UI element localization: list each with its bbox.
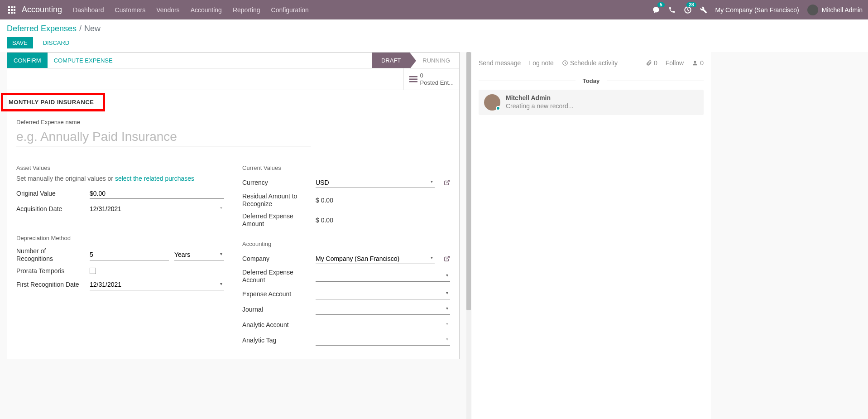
svg-rect-11 — [409, 78, 417, 80]
currency-label: Currency — [242, 179, 310, 187]
compute-expense-button[interactable]: COMPUTE EXPENSE — [48, 53, 119, 68]
scrollbar[interactable] — [466, 52, 471, 419]
message-avatar — [484, 94, 500, 111]
svg-rect-2 — [14, 6, 15, 8]
apps-icon[interactable] — [5, 6, 18, 14]
first-recognition-input[interactable] — [90, 279, 224, 290]
highlighted-model-box: MONTHLY PAID INSURANCE — [1, 93, 105, 111]
message-author: Mitchell Admin — [506, 94, 573, 101]
menu-reporting[interactable]: Reporting — [233, 6, 260, 14]
attachments-button[interactable]: 0 — [646, 59, 657, 67]
svg-rect-6 — [8, 12, 10, 14]
save-button[interactable]: SAVE — [7, 37, 33, 48]
chatter-date-header: Today — [479, 77, 704, 84]
acquisition-date-input[interactable] — [90, 203, 224, 214]
journal-select[interactable] — [316, 304, 450, 315]
original-value-label: Original Value — [16, 190, 84, 197]
clock-icon — [562, 60, 568, 66]
phone-icon[interactable] — [668, 6, 676, 14]
posted-entries-button[interactable]: 0 Posted Ent... — [403, 68, 459, 90]
deferred-expense-account-label: Deferred Expense Account — [242, 269, 310, 284]
model-title: MONTHLY PAID INSURANCE — [9, 99, 97, 106]
breadcrumb-sep: / — [79, 24, 82, 34]
control-panel: Deferred Expenses / New SAVE DISCARD — [0, 19, 868, 52]
svg-point-14 — [694, 61, 696, 63]
status-bar: CONFIRM COMPUTE EXPENSE DRAFT RUNNING — [7, 52, 460, 68]
svg-rect-10 — [409, 76, 417, 77]
company-external-link-icon[interactable] — [440, 255, 450, 262]
form-sheet: 0 Posted Ent... MONTHLY PAID INSURANCE D… — [7, 68, 460, 359]
chatter-panel: Send message Log note Schedule activity … — [471, 52, 711, 419]
prorata-checkbox[interactable] — [90, 268, 96, 274]
journal-label: Journal — [242, 306, 310, 313]
confirm-button[interactable]: CONFIRM — [7, 53, 48, 68]
prorata-label: Prorata Temporis — [16, 267, 84, 275]
depreciation-method-section: Depreciation Method — [16, 235, 224, 241]
send-message-button[interactable]: Send message — [479, 59, 521, 67]
name-input[interactable] — [16, 128, 311, 146]
num-recognitions-label: Number of Recognitions — [16, 247, 84, 263]
message-text: Creating a new record... — [506, 102, 573, 110]
posted-label: Posted Ent... — [420, 79, 454, 87]
app-title[interactable]: Accounting — [22, 5, 62, 14]
accounting-section: Accounting — [242, 241, 450, 247]
paperclip-icon — [646, 60, 652, 66]
svg-rect-12 — [409, 81, 417, 82]
expense-account-select[interactable] — [316, 289, 450, 299]
breadcrumb-current: New — [84, 24, 101, 34]
menu-configuration[interactable]: Configuration — [271, 6, 309, 14]
svg-rect-4 — [11, 9, 13, 11]
hint-text: Set manually the original values or — [16, 175, 115, 182]
acquisition-date-label: Acquisition Date — [16, 205, 84, 213]
breadcrumb-root[interactable]: Deferred Expenses — [7, 24, 77, 34]
follow-button[interactable]: Follow — [666, 59, 684, 67]
recognition-unit-select[interactable] — [174, 250, 224, 260]
chat-badge: 5 — [657, 2, 665, 7]
select-purchases-link[interactable]: select the related purchases — [115, 175, 194, 182]
log-note-button[interactable]: Log note — [529, 59, 554, 67]
company-selector[interactable]: My Company (San Francisco) — [715, 6, 799, 14]
settings-icon[interactable] — [700, 6, 707, 14]
deferred-exp-amount-label: Deferred Expense Amount — [242, 212, 310, 228]
menu-dashboard[interactable]: Dashboard — [73, 6, 104, 14]
first-recognition-label: First Recognition Date — [16, 281, 84, 289]
activity-icon[interactable]: 28 — [684, 6, 692, 14]
online-dot-icon — [496, 106, 500, 111]
currency-select[interactable] — [316, 177, 435, 188]
analytic-tag-select[interactable] — [316, 335, 450, 346]
user-name: Mitchell Admin — [822, 6, 863, 14]
user-menu[interactable]: Mitchell Admin — [807, 5, 863, 15]
chat-icon[interactable]: 5 — [652, 6, 660, 14]
navbar-right: 5 28 My Company (San Francisco) Mitchell… — [652, 5, 863, 15]
activity-badge: 28 — [686, 2, 696, 7]
deferred-exp-amount-value: $ 0.00 — [316, 215, 450, 225]
followers-button[interactable]: 0 — [692, 59, 704, 67]
svg-rect-0 — [8, 6, 10, 8]
top-navbar: Accounting Dashboard Customers Vendors A… — [0, 0, 868, 19]
original-value-input[interactable] — [90, 188, 224, 199]
menu-vendors[interactable]: Vendors — [156, 6, 179, 14]
analytic-account-label: Analytic Account — [242, 321, 310, 329]
chatter-message: Mitchell Admin Creating a new record... — [479, 90, 704, 115]
person-icon — [692, 60, 698, 66]
svg-rect-1 — [11, 6, 13, 8]
company-select[interactable] — [316, 253, 435, 264]
status-running[interactable]: RUNNING — [410, 53, 459, 68]
currency-external-link-icon[interactable] — [440, 179, 450, 186]
posted-count: 0 — [420, 72, 454, 79]
svg-rect-3 — [8, 9, 10, 11]
navbar-menu: Dashboard Customers Vendors Accounting R… — [73, 6, 652, 14]
user-avatar-icon — [807, 5, 818, 15]
discard-button[interactable]: DISCARD — [38, 37, 75, 48]
num-recognitions-input[interactable] — [90, 250, 169, 260]
deferred-expense-account-select[interactable] — [316, 271, 450, 282]
expense-account-label: Expense Account — [242, 290, 310, 298]
analytic-account-select[interactable] — [316, 319, 450, 330]
menu-customers[interactable]: Customers — [115, 6, 146, 14]
bars-icon — [409, 76, 417, 82]
schedule-activity-button[interactable]: Schedule activity — [562, 59, 618, 67]
status-draft[interactable]: DRAFT — [372, 53, 410, 68]
company-label: Company — [242, 255, 310, 263]
breadcrumb: Deferred Expenses / New — [7, 24, 861, 34]
menu-accounting[interactable]: Accounting — [191, 6, 222, 14]
